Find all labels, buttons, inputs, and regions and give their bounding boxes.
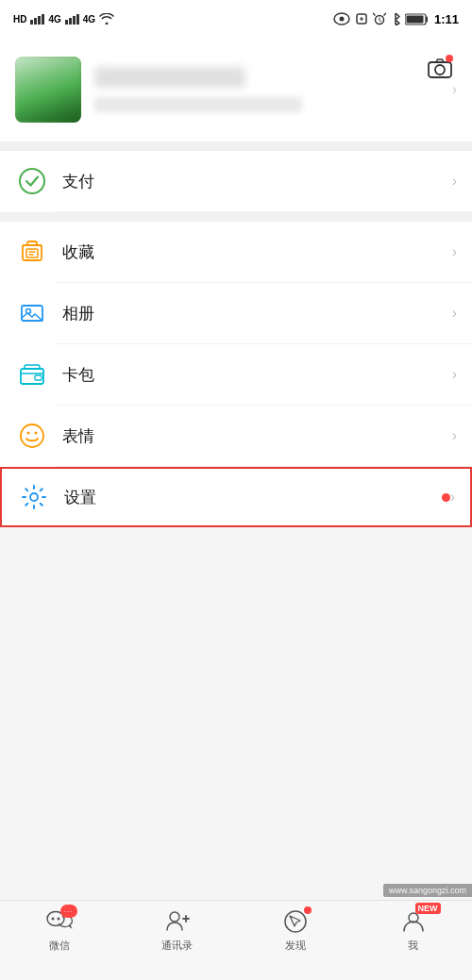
nfc-icon (355, 12, 368, 25)
wallet-label: 卡包 (62, 364, 452, 386)
battery-icon (405, 13, 430, 25)
svg-rect-5 (406, 15, 423, 23)
signal-bars-2 (65, 14, 79, 25)
svg-point-15 (27, 432, 30, 435)
contacts-nav-label: 通讯录 (161, 938, 193, 953)
menu-item-payment[interactable]: 支付 › (0, 151, 472, 211)
avatar-image (15, 57, 81, 123)
menu-section: 支付 › (0, 151, 472, 212)
svg-point-22 (285, 911, 306, 932)
discover-notification-dot (304, 906, 312, 914)
settings-label: 设置 (64, 487, 436, 508)
menu-item-settings[interactable]: 设置 › (0, 467, 472, 527)
menu-item-album[interactable]: 相册 › (0, 283, 472, 343)
menu-section-2: 收藏 › 相册 › 卡包 › (0, 222, 472, 527)
profile-info (94, 67, 439, 112)
settings-chevron-icon: › (450, 489, 455, 506)
svg-point-20 (57, 918, 59, 921)
svg-point-14 (21, 424, 43, 447)
discover-nav-label: 发现 (285, 938, 306, 953)
camera-button[interactable] (423, 51, 457, 85)
svg-point-21 (170, 912, 179, 922)
wallet-icon (15, 357, 49, 391)
profile-name (94, 67, 245, 88)
emoji-icon (15, 419, 49, 453)
payment-icon (15, 164, 49, 198)
emoji-label: 表情 (62, 425, 452, 447)
svg-rect-9 (26, 249, 38, 257)
svg-point-17 (30, 493, 38, 501)
wechat-badge: ··· (60, 905, 77, 918)
section-divider-1 (0, 141, 472, 151)
nav-item-me[interactable]: NEW 我 (354, 908, 472, 953)
me-nav-icon: NEW (399, 908, 428, 935)
wechat-nav-icon: ··· (45, 908, 74, 935)
wifi-icon (99, 13, 114, 25)
status-left: HD 4G 4G (13, 13, 114, 25)
wallet-chevron-icon: › (452, 366, 457, 383)
svg-point-19 (51, 918, 54, 921)
payment-label: 支付 (62, 171, 452, 192)
signal-label-1: 4G (48, 14, 60, 25)
nav-item-discover[interactable]: 发现 (236, 908, 354, 953)
section-divider-2 (0, 212, 472, 222)
menu-item-emoji[interactable]: 表情 › (0, 406, 472, 466)
status-bar: HD 4G 4G (0, 0, 472, 38)
wechat-nav-label: 微信 (49, 938, 70, 953)
payment-chevron-icon: › (452, 173, 457, 190)
svg-point-7 (435, 65, 445, 75)
camera-notification-dot (446, 55, 453, 62)
settings-icon (17, 480, 51, 514)
favorites-label: 收藏 (62, 241, 452, 263)
discover-nav-icon (281, 908, 310, 935)
svg-point-1 (339, 17, 344, 22)
watermark: www.sangongzi.com (383, 884, 472, 897)
network-type: HD (13, 14, 26, 25)
settings-notification-dot (442, 493, 450, 502)
status-right: 1:11 (333, 12, 459, 26)
svg-rect-13 (35, 375, 42, 380)
svg-point-8 (20, 169, 44, 193)
album-icon (15, 296, 49, 330)
album-chevron-icon: › (452, 305, 457, 322)
album-label: 相册 (62, 303, 452, 324)
svg-rect-12 (21, 369, 43, 384)
favorites-icon (15, 235, 49, 269)
svg-point-16 (35, 432, 38, 435)
bottom-navigation: ··· 微信 通讯录 发现 (0, 900, 472, 980)
nav-item-wechat[interactable]: ··· 微信 (0, 908, 118, 953)
me-new-badge: NEW (415, 903, 441, 914)
contacts-nav-icon (163, 908, 192, 935)
avatar (15, 57, 81, 123)
me-nav-label: 我 (408, 938, 418, 953)
signal-label-2: 4G (83, 14, 95, 25)
bluetooth-icon (391, 12, 400, 25)
menu-item-wallet[interactable]: 卡包 › (0, 344, 472, 405)
profile-detail (94, 97, 302, 112)
nav-item-contacts[interactable]: 通讯录 (118, 908, 236, 953)
signal-bars-1 (30, 14, 44, 25)
time-display: 1:11 (434, 12, 459, 26)
eye-icon (333, 12, 350, 25)
emoji-chevron-icon: › (452, 427, 457, 444)
menu-item-favorites[interactable]: 收藏 › (0, 222, 472, 282)
favorites-chevron-icon: › (452, 243, 457, 260)
profile-section[interactable]: › (0, 38, 472, 141)
alarm-icon (373, 12, 386, 25)
content-spacer (0, 527, 472, 574)
